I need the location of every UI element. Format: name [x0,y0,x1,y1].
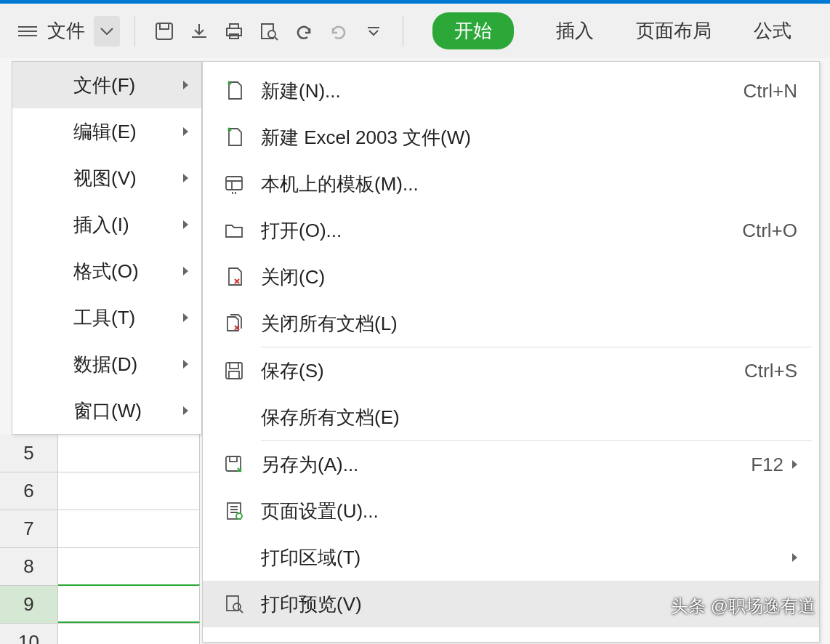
row-header[interactable]: 5 [0,435,58,472]
svg-rect-1 [160,23,169,29]
submenu-item-label: 页面设置(U)... [261,499,797,524]
spreadsheet-row[interactable]: 6 [0,472,200,510]
submenu-item[interactable]: 打印区域(T) [203,534,819,581]
submenu-item[interactable]: 新建(N)...Ctrl+N [203,68,819,114]
svg-point-16 [233,603,241,611]
menu-item-label: 文件(F) [12,73,135,98]
spreadsheet-row[interactable]: 10 [0,624,200,644]
row-header[interactable]: 8 [0,548,58,585]
chevron-right-icon [183,81,188,89]
main-menu-item[interactable]: 插入(I) [12,201,201,248]
row-header[interactable]: 7 [0,510,58,547]
tab-insert[interactable]: 插入 [556,18,594,44]
chevron-right-icon [183,174,188,182]
tab-formula[interactable]: 公式 [754,18,791,44]
spreadsheet-row[interactable]: 8 [0,548,200,586]
menu-item-label: 窗口(W) [12,398,142,424]
start-tab[interactable]: 开始 [432,12,514,49]
spreadsheet-rows: 5678910 [0,435,200,644]
row-header[interactable]: 9 [0,586,58,623]
chevron-right-icon [183,360,188,369]
submenu-item[interactable]: 关闭所有文档(L) [203,300,819,347]
spreadsheet-row[interactable]: 7 [0,510,200,548]
main-menu-item[interactable]: 格式(O) [12,248,201,294]
menu-item-label: 数据(D) [12,352,137,377]
chevron-down-icon [100,28,113,35]
menu-item-label: 工具(T) [12,305,135,331]
row-cell[interactable] [58,584,200,623]
row-cell[interactable] [58,472,200,510]
submenu-item[interactable]: 新建 Excel 2003 文件(W) [203,114,819,161]
spreadsheet-row[interactable]: 5 [0,435,200,472]
main-menu-item[interactable]: 视图(V) [12,155,201,201]
chevron-right-icon [183,406,188,415]
submenu-item[interactable]: 打开(O)...Ctrl+O [203,207,819,254]
spreadsheet-row[interactable]: 9 [0,586,200,624]
redo-icon[interactable] [324,17,353,46]
close-icon [223,266,261,288]
tab-page-layout[interactable]: 页面布局 [636,18,712,44]
svg-rect-3 [230,24,238,28]
submenu-item[interactable]: 另存为(A)...F12 [203,441,819,488]
main-menu-item[interactable]: 编辑(E) [12,108,201,155]
main-menu-item[interactable]: 文件(F) [12,62,201,108]
menu-item-label: 插入(I) [12,212,129,238]
menu-item-label: 视图(V) [12,166,137,191]
save-icon[interactable] [150,17,179,46]
main-menu-item[interactable]: 数据(D) [12,341,201,387]
row-cell[interactable] [58,435,200,472]
chevron-right-icon [183,220,188,229]
main-menu: 文件(F)编辑(E)视图(V)插入(I)格式(O)工具(T)数据(D)窗口(W) [12,61,202,435]
output-icon[interactable] [185,17,214,46]
file-submenu: 新建(N)...Ctrl+N新建 Excel 2003 文件(W)本机上的模板(… [202,61,820,643]
submenu-item-label: 本机上的模板(M)... [261,172,797,197]
shortcut-label: F12 [751,454,783,476]
row-header[interactable]: 6 [0,472,58,510]
main-menu-item[interactable]: 工具(T) [12,294,201,341]
submenu-item-label: 保存所有文档(E) [261,405,797,430]
submenu-item-label: 保存(S) [261,358,744,384]
chevron-right-icon [183,127,188,136]
menu-item-label: 格式(O) [12,259,139,284]
svg-rect-12 [230,456,237,462]
row-cell[interactable] [58,548,200,585]
shortcut-label: Ctrl+O [742,220,797,242]
toolbar: 文件 开始 插入 页面布局 公式 [0,0,830,58]
hamburger-icon[interactable] [18,26,37,36]
new-icon [223,126,261,148]
submenu-item[interactable]: 页面设置(U)... [203,488,819,534]
submenu-item[interactable]: 保存所有文档(E) [203,394,819,440]
svg-rect-7 [226,177,242,190]
svg-rect-10 [229,371,239,379]
print-icon[interactable] [219,17,249,46]
undo-icon[interactable] [289,17,318,46]
row-header[interactable]: 10 [0,624,58,644]
chevron-right-icon [183,267,188,275]
submenu-item-label: 新建 Excel 2003 文件(W) [261,125,797,150]
main-menu-item[interactable]: 窗口(W) [12,387,201,434]
chevron-right-icon [792,460,797,469]
submenu-item[interactable]: 关闭(C) [203,254,819,300]
menu-item-label: 编辑(E) [12,119,137,145]
submenu-item-label: 另存为(A)... [261,452,751,478]
shortcut-label: Ctrl+S [744,360,797,382]
submenu-item[interactable]: 本机上的模板(M)... [203,161,819,207]
svg-rect-0 [156,23,172,39]
submenu-item-label: 关闭所有文档(L) [261,311,797,337]
row-cell[interactable] [58,624,200,644]
saveas-icon [223,454,261,475]
submenu-item-label: 打印区域(T) [261,545,783,571]
template-icon [223,173,261,195]
submenu-item-label: 打开(O)... [261,218,742,243]
printpreview-icon [223,593,261,615]
submenu-item[interactable]: 保存(S)Ctrl+S [203,347,819,394]
file-dropdown-button[interactable] [94,16,120,47]
file-menu-label[interactable]: 文件 [47,18,85,44]
folder-icon [223,220,261,241]
save-icon [223,360,261,382]
shortcut-label: Ctrl+N [744,80,797,102]
print-preview-icon[interactable] [254,17,283,46]
row-cell[interactable] [58,510,200,547]
closeall-icon [223,313,261,334]
more-dropdown-icon[interactable] [359,17,388,46]
